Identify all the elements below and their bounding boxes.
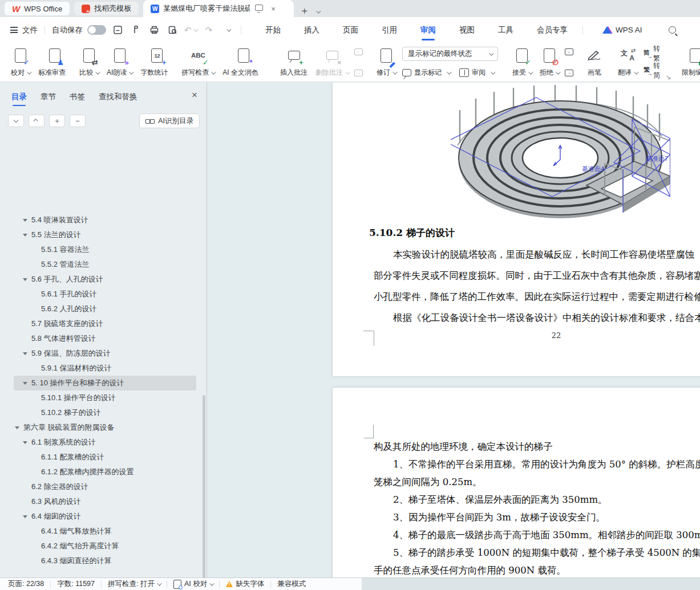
previous-revision-button[interactable]: ←: [565, 48, 573, 55]
toc-item[interactable]: 5.6 手孔、人孔的设计: [14, 272, 196, 287]
search-icon[interactable]: [669, 26, 676, 34]
next-revision-button[interactable]: →: [565, 69, 573, 76]
accept-change-button[interactable]: ✓ 接受: [508, 46, 536, 80]
toc-item[interactable]: 5.9.1 保温材料的设计: [14, 361, 196, 376]
ai-proofread-status[interactable]: AI 校对: [173, 579, 213, 589]
toc-item[interactable]: 5.5.1 容器法兰: [14, 242, 196, 257]
delete-comment-button[interactable]: × 删除批注: [311, 46, 353, 80]
word-count-button[interactable]: 12 + 字数统计: [136, 46, 177, 80]
toc-item[interactable]: 6.2 除尘器的设计: [14, 479, 196, 494]
menu-tab-insert[interactable]: 插入: [303, 25, 321, 35]
text-line: 手的任意点承受任何方向作用的 900N 载荷。: [374, 561, 700, 577]
show-markup-button[interactable]: 显示标记: [402, 68, 450, 78]
toc-item[interactable]: 6.1 制浆系统的设计: [14, 435, 196, 450]
to-simplified-button[interactable]: 繁→ 转简: [644, 64, 663, 78]
undo-button[interactable]: ↶: [184, 23, 197, 37]
markup-state-dropdown[interactable]: 显示标记的最终状态: [402, 47, 498, 61]
menu-tab-reference[interactable]: 引用: [381, 25, 398, 35]
toc-item[interactable]: 6.4.4 烟囱高度校核: [14, 568, 196, 572]
compare-button[interactable]: ⇄ 比较: [75, 46, 103, 80]
reject-change-button[interactable]: ∅ 拒绝: [536, 46, 563, 80]
close-tab-icon[interactable]: ×: [268, 3, 278, 14]
export-pdf-button[interactable]: [129, 23, 143, 37]
pen-icon: [587, 47, 602, 63]
toc-item[interactable]: 6.4.1 烟气释放热计算: [14, 524, 196, 539]
wps-home-tab[interactable]: W WPS Office: [5, 2, 70, 15]
expand-arrow-icon: [23, 382, 27, 385]
document-page-22[interactable]: 基准面4 基准面7 5.10.2 梯子的设计 本实验设计的脱硫塔较高，里面是酸碱…: [333, 83, 700, 376]
menu-tab-view[interactable]: 视图: [458, 25, 476, 35]
toc-item[interactable]: 6.4.2 烟气抬升高度计算: [14, 539, 196, 554]
sidebar-tab-chapters[interactable]: 章节: [41, 92, 56, 106]
more-commands-chevron-icon[interactable]: [220, 23, 234, 37]
toc-item[interactable]: 5.6.1 手孔的设计: [14, 287, 196, 302]
translate-button[interactable]: 文⇄A 翻译: [614, 46, 641, 80]
next-comment-button[interactable]: →: [354, 69, 363, 76]
toc-item[interactable]: 5.8 气体进料管设计: [14, 331, 196, 346]
redo-button[interactable]: ↷: [202, 23, 216, 37]
previous-comment-button[interactable]: ←: [354, 48, 363, 55]
expand-all-button[interactable]: [29, 115, 44, 127]
document-tab[interactable]: W 某燃煤电厂喷雾干燥法脱硫系 ×: [143, 0, 294, 17]
toc-item[interactable]: 5.5.2 管道法兰: [14, 257, 196, 272]
menu-tab-tools[interactable]: 工具: [497, 25, 515, 35]
menu-tab-review[interactable]: 审阅: [419, 25, 437, 35]
zoom-in-outline-button[interactable]: ＋: [49, 115, 65, 127]
toc-item[interactable]: 6.3 风机的设计: [14, 494, 196, 509]
review-pane-button[interactable]: 审阅: [459, 68, 494, 78]
ai-polish-button[interactable]: * AI 全文润色: [219, 46, 268, 80]
proofread-button[interactable]: ✓ 校对: [7, 46, 34, 80]
to-traditional-button[interactable]: 简→ 转繁: [644, 47, 663, 60]
save-button[interactable]: [111, 23, 124, 37]
spell-check-button[interactable]: ABC ✓ 拼写检查: [177, 46, 219, 80]
toc-item[interactable]: 5.10.2 梯子的设计: [14, 405, 196, 420]
page-indicator[interactable]: 页面: 22/38: [8, 579, 44, 589]
collapse-all-button[interactable]: [8, 115, 24, 127]
ai-recognize-toc-button[interactable]: AI识别目录: [139, 113, 200, 128]
toc-item[interactable]: 5. 10 操作平台和梯子的设计: [14, 376, 196, 390]
toc-item[interactable]: 5.5 法兰的设计: [14, 227, 196, 242]
close-sidebar-icon[interactable]: ×: [192, 89, 197, 104]
insert-comment-button[interactable]: + 插入批注: [276, 46, 311, 80]
toc-item[interactable]: 6.4.3 烟囱直径的计算: [14, 554, 196, 568]
sidebar-scrollbar-thumb[interactable]: [203, 395, 205, 590]
restrict-editing-button[interactable]: 限制编辑: [678, 46, 700, 80]
ai-read-button[interactable]: » AI朗读: [103, 46, 136, 80]
menu-tab-page[interactable]: 页面: [342, 25, 359, 35]
toc-item[interactable]: 6.4 烟囱的设计: [14, 509, 196, 524]
standard-review-button[interactable]: ♟ 标准审查: [34, 46, 75, 80]
toc-item[interactable]: 5.7 脱硫塔支座的设计: [14, 316, 196, 331]
sidebar-tab-bookmarks[interactable]: 书签: [70, 92, 85, 106]
toc-item[interactable]: 5.6.2 人孔的设计: [14, 302, 196, 316]
toc-item[interactable]: 6.1.2 配浆槽内搅拌器的设置: [14, 465, 196, 479]
document-page-23[interactable]: 构及其所处的地理环境，确定本设计的梯子1、不常操作的平台采用直梯。常用的设计为角…: [333, 388, 700, 577]
wps-ai-button[interactable]: WPS AI: [602, 26, 642, 34]
toc-item[interactable]: 5.4 喷淋装置设计: [14, 217, 196, 227]
toc-item[interactable]: 6.1.1 配浆槽的设计: [14, 450, 196, 465]
new-tab-button[interactable]: ＋: [300, 4, 309, 17]
zoom-out-outline-button[interactable]: −: [70, 115, 86, 127]
track-changes-button[interactable]: 修订: [373, 46, 400, 80]
docer-template-tab[interactable]: 找稻壳模板: [74, 2, 139, 15]
autosave-toggle[interactable]: [87, 25, 106, 35]
menu-tab-start[interactable]: 开始: [264, 25, 282, 35]
menu-tab-member[interactable]: 会员专享: [536, 25, 569, 35]
hamburger-menu-icon[interactable]: [10, 30, 18, 31]
ink-pen-button[interactable]: 画笔: [583, 46, 606, 80]
missing-font-warning[interactable]: 缺失字体: [226, 579, 264, 589]
spell-check-status[interactable]: 拼写检查: 打开: [108, 579, 160, 589]
sidebar-tab-find-replace[interactable]: 查找和替换: [99, 92, 137, 106]
toc-item[interactable]: 第六章 脱硫装置的附属设备: [14, 420, 196, 435]
tab-list-chevron-icon[interactable]: [311, 7, 322, 17]
toc-item[interactable]: 5.10.1 操作平台的设计: [14, 390, 196, 405]
print-button[interactable]: [147, 23, 161, 37]
dialog-launcher-icon[interactable]: ↘: [666, 74, 671, 81]
print-preview-button[interactable]: [165, 23, 179, 37]
toc-item[interactable]: 5.9 保温、防冻层的设计: [14, 346, 196, 361]
file-menu[interactable]: 文件: [22, 25, 38, 35]
sidebar-tab-toc[interactable]: 目录: [11, 92, 27, 106]
word-count-indicator[interactable]: 字数: 11597: [57, 579, 95, 589]
expand-arrow-icon: [23, 234, 27, 237]
autosave-label: 自动保存: [52, 25, 83, 35]
share-screen-icon[interactable]: [254, 3, 264, 14]
